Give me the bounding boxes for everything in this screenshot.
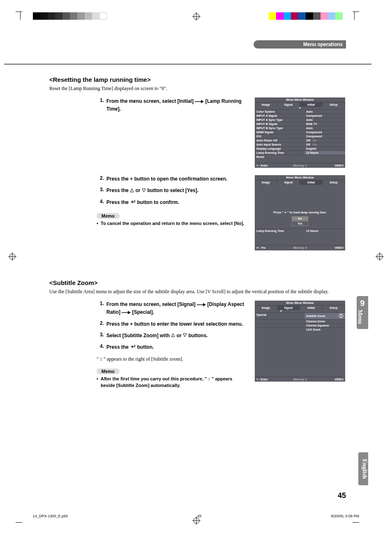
divider	[4, 64, 371, 65]
chapter-number: 9	[357, 299, 368, 308]
osd1-row: Lamp Running Time12 Hours	[255, 151, 345, 155]
osd3-row: Cinema Squeeze	[255, 323, 345, 327]
crop-mark	[354, 12, 355, 20]
step-1: 1. From the menu screen, select [Initial…	[97, 97, 247, 113]
svg-marker-21	[183, 334, 187, 337]
osd1-tab: Signal	[277, 102, 300, 107]
memo-note: To cancel the operation and return to th…	[97, 220, 247, 227]
svg-marker-13	[201, 100, 204, 103]
osd1-row: Reset	[255, 155, 345, 159]
registration-mark-top	[192, 12, 201, 21]
section1-intro: Reset the [Lamp Running Time] displayed …	[49, 86, 345, 92]
osd1-title: Move Menu Window	[255, 97, 345, 102]
osd3-tab: Initial	[300, 306, 323, 310]
triangle-up-icon	[130, 187, 134, 195]
crop-mark	[16, 522, 22, 523]
registration-mark-left	[8, 252, 16, 261]
enter-icon	[130, 199, 136, 206]
osd3-row: 14:9 Zoom	[255, 327, 345, 331]
osd2-row-r: 12 Hours	[304, 229, 345, 233]
triangle-up-icon	[171, 332, 175, 339]
side-tab-language: English	[358, 452, 368, 485]
header-section: Menu operations	[254, 40, 346, 49]
osd3-foot-l: + : Enter	[255, 377, 285, 382]
section2-intro: Use the [Subtitle Area] menu to adjust t…	[49, 289, 345, 295]
crop-mark	[20, 12, 21, 20]
s2-note: " ↕ " appears to the right of [Subtitle …	[97, 355, 247, 363]
osd1-row: Display LanguageEnglish	[255, 146, 345, 151]
step-4: 4. Press the button to confirm.	[97, 199, 247, 206]
step-2: 2. Press the + button to open the confir…	[97, 175, 247, 183]
osd-menu-1: Move Menu Window Image Signal Initial Se…	[255, 97, 345, 168]
osd2-foot-r: VIDEO	[315, 245, 345, 250]
osd1-foot-m: Memory 1	[285, 163, 315, 168]
memo-note-2: After the first time you carry out this …	[97, 376, 247, 389]
footer-file: 14_DPX-1300_E.p65	[33, 514, 68, 518]
triangle-down-icon	[183, 332, 187, 339]
osd2-tab: Signal	[277, 180, 300, 185]
osd2-msg: Press " ↵ " to reset lamp running time.	[255, 205, 345, 216]
registration-mark-right	[376, 252, 384, 261]
step-3: 3. Press the or button to select [Yes].	[97, 187, 247, 195]
osd1-row: Color SystemAuto	[255, 109, 345, 113]
arrow-icon	[122, 309, 131, 316]
crop-mark	[353, 522, 359, 523]
crop-mark	[16, 12, 22, 12]
section1-title: <Resetting the lamp running time>	[49, 76, 345, 83]
osd2-foot-l: ↵ : Fix	[255, 245, 285, 250]
osd1-row: INPUT A SignalComponent	[255, 113, 345, 118]
osd3-tab: Setup	[323, 306, 345, 310]
osd2-row-l: Lamp Running Time	[255, 229, 304, 233]
section2-title: <Subtitle Zoom>	[49, 279, 345, 286]
osd-menu-3: Move Menu Window Image Signal Initial Se…	[255, 301, 345, 382]
chapter-label: Menu	[357, 310, 363, 324]
arrow-icon	[195, 98, 204, 105]
osd1-row: INPUT A Sync TypeAuto	[255, 118, 345, 122]
osd3-row: Cinema Zoom	[255, 319, 345, 323]
updown-icon	[339, 313, 344, 319]
s2-step-4: 4. Press the button.	[97, 343, 247, 351]
osd3-foot-r: VIDEO	[315, 377, 345, 382]
osd1-row: Auto Input SearchOffOn	[255, 142, 345, 146]
osd1-row: HDMI SignalComponent	[255, 130, 345, 134]
osd2-opt-no: No	[292, 216, 308, 221]
print-colorbar-right	[269, 12, 343, 20]
osd3-tab: Image	[255, 306, 277, 310]
print-colorbar-left	[33, 12, 107, 20]
osd3-row: SpecialSubtitle Zoom	[255, 313, 345, 319]
osd1-row: DVIComponent	[255, 134, 345, 138]
osd1-row: INPUT B Sync TypeAuto	[255, 126, 345, 130]
page-number: 45	[338, 491, 346, 500]
step1-text-a: From the menu screen, select [Initial]	[106, 98, 195, 104]
osd1-tab: Setup	[323, 102, 345, 107]
svg-marker-17	[203, 303, 206, 306]
s2-step-2: 2. Press the + button to enter the lower…	[97, 320, 247, 328]
osd2-tab: Image	[255, 180, 277, 185]
osd3-title: Move Menu Window	[255, 301, 345, 306]
osd1-tab: Image	[255, 102, 277, 107]
svg-marker-14	[130, 189, 134, 192]
osd2-title: Move Menu Window	[255, 175, 345, 180]
memo-label: Memo	[97, 213, 120, 219]
s2-step-3: 3. Select [Subtitle Zoom] with or button…	[97, 332, 247, 340]
osd-menu-2: Move Menu Window Image Signal Initial Se…	[255, 175, 345, 250]
print-footer: 14_DPX-1300_E.p65 45 9/20/05, 5:08 PM	[33, 514, 359, 518]
osd1-row: Auto Power OffOffOn	[255, 138, 345, 142]
footer-page: 45	[68, 514, 331, 518]
s2-step-1: 1. From the menu screen, select [Signal]…	[97, 301, 247, 316]
memo-label-2: Memo	[97, 368, 120, 374]
svg-marker-15	[142, 189, 145, 192]
osd2-tab: Initial	[300, 180, 323, 185]
footer-date: 9/20/05, 5:08 PM	[331, 514, 359, 518]
osd3-foot-m: Memory 1	[285, 377, 315, 382]
enter-icon	[130, 344, 136, 351]
crop-mark	[353, 12, 359, 12]
osd2-opt-yes: Yes	[292, 221, 308, 226]
svg-marker-20	[171, 334, 175, 337]
side-tab-chapter: 9 Menu	[357, 296, 368, 329]
osd1-foot-l: + : Enter	[255, 163, 285, 168]
arrow-icon	[197, 301, 206, 308]
osd2-tab: Setup	[323, 180, 345, 185]
svg-marker-19	[128, 311, 131, 314]
triangle-down-icon	[142, 187, 146, 195]
